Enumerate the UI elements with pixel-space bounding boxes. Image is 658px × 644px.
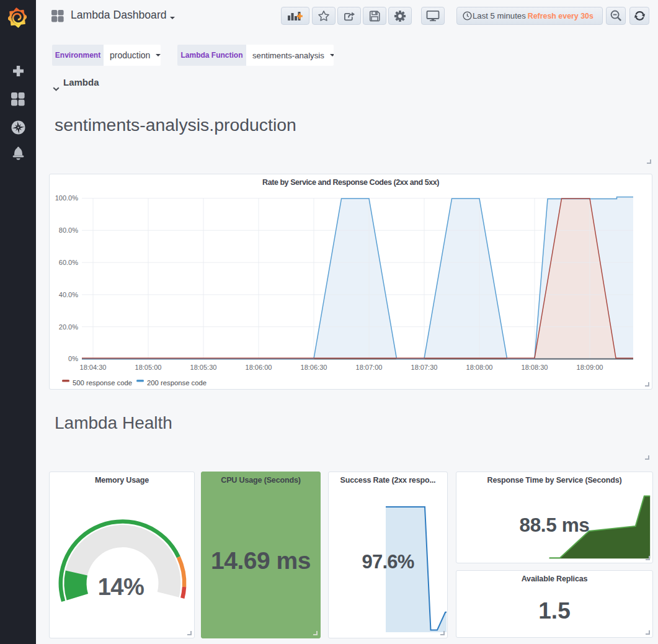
svg-text:40.0%: 40.0% <box>59 291 78 298</box>
svg-text:18:05:30: 18:05:30 <box>190 364 217 371</box>
svg-text:18:07:00: 18:07:00 <box>356 364 383 371</box>
svg-text:18:05:00: 18:05:00 <box>135 364 162 371</box>
svg-text:200 response code: 200 response code <box>147 379 207 387</box>
svg-text:18:08:00: 18:08:00 <box>466 364 493 371</box>
svg-text:20.0%: 20.0% <box>59 323 78 331</box>
svg-text:18:06:30: 18:06:30 <box>301 364 327 371</box>
svg-text:18:08:30: 18:08:30 <box>522 364 548 371</box>
svg-text:80.0%: 80.0% <box>59 226 78 234</box>
svg-text:60.0%: 60.0% <box>59 259 78 266</box>
svg-text:500 response code: 500 response code <box>73 379 132 387</box>
svg-text:18:09:00: 18:09:00 <box>577 364 603 371</box>
svg-text:18:07:30: 18:07:30 <box>411 364 438 371</box>
svg-text:18:06:00: 18:06:00 <box>246 364 272 371</box>
svg-text:0%: 0% <box>68 355 78 362</box>
svg-text:18:04:30: 18:04:30 <box>80 364 107 371</box>
svg-text:100.0%: 100.0% <box>55 194 79 202</box>
